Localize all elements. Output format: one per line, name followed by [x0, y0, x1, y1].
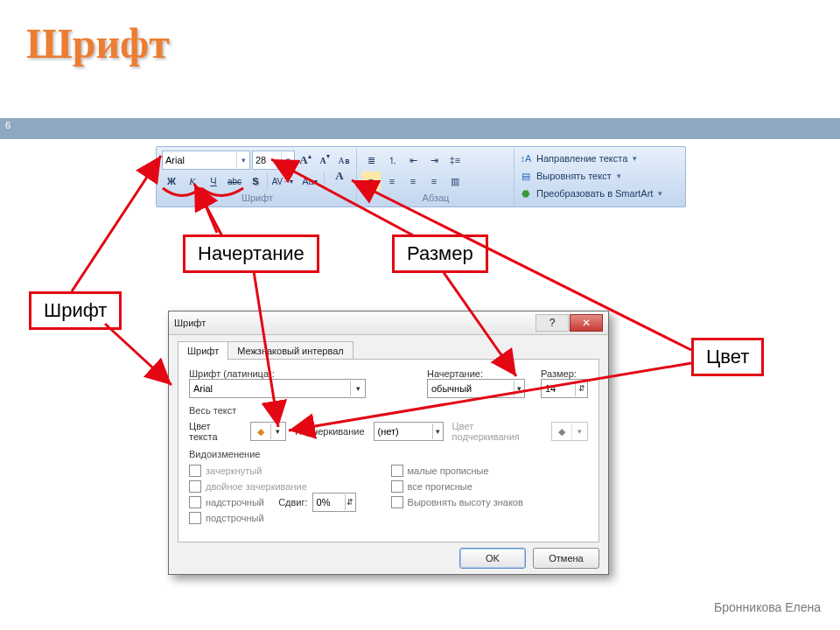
ribbon-group-paragraph: ≣ ⒈ ⇤ ⇥ ‡≡ ≡ ≡ ≡ ≡ ▥ Абзац: [358, 149, 514, 205]
help-button[interactable]: ?: [536, 314, 569, 332]
chevron-down-icon[interactable]: ▾: [236, 152, 249, 168]
callout-style: Начертание: [183, 234, 319, 273]
underline-combo[interactable]: ▾: [374, 422, 444, 441]
align-text-button[interactable]: ▤ Выровнять текст▾: [519, 168, 621, 184]
text-color-combo[interactable]: ◆ ▾: [250, 422, 287, 441]
font-color-button[interactable]: A: [326, 172, 353, 191]
chevron-down-icon[interactable]: ▾: [432, 424, 443, 439]
close-button[interactable]: ✕: [570, 314, 603, 332]
dialog-style-combo[interactable]: ▾: [427, 379, 525, 398]
ribbon-group-textmenu: ↕A Направление текста▾ ▤ Выровнять текст…: [515, 149, 682, 205]
chevron-down-icon[interactable]: ▾: [571, 424, 586, 439]
italic-button[interactable]: К: [183, 172, 202, 191]
text-direction-button[interactable]: ↕A Направление текста▾: [519, 150, 637, 166]
section-alltext: Весь текст: [189, 405, 588, 416]
label-offset: Сдвиг:: [278, 497, 307, 508]
clear-formatting-button[interactable]: Aʙ: [335, 150, 353, 170]
font-size-input[interactable]: [253, 152, 281, 168]
label-underline: Подчеркивание: [295, 426, 364, 437]
dialog-title: Шрифт: [174, 318, 535, 328]
underline-color-combo[interactable]: ◆ ▾: [551, 422, 588, 441]
check-subscript[interactable]: подстрочный: [189, 510, 356, 526]
numbering-button[interactable]: ⒈: [382, 150, 402, 170]
page-number: 6: [5, 120, 10, 130]
char-spacing-button[interactable]: AV↔▾: [270, 172, 296, 191]
shrink-font-button[interactable]: A▾: [316, 150, 333, 170]
dialog-font-input[interactable]: [190, 381, 350, 396]
offset-spinner[interactable]: ⇵: [312, 493, 356, 512]
callout-font: Шрифт: [29, 291, 122, 330]
dialog-font-combo[interactable]: ▾: [189, 379, 366, 398]
ok-button[interactable]: OK: [459, 548, 526, 569]
align-center-button[interactable]: ≡: [382, 172, 402, 191]
line-spacing-button[interactable]: ‡≡: [445, 150, 465, 170]
callout-size: Размер: [392, 234, 488, 273]
text-direction-icon: ↕A: [519, 151, 533, 165]
grow-font-button[interactable]: A▴: [297, 150, 314, 170]
bucket-icon: ◆: [251, 426, 270, 438]
svg-line-0: [72, 156, 161, 291]
underline-input[interactable]: [374, 424, 432, 439]
align-justify-button[interactable]: ≡: [424, 172, 444, 191]
check-smallcaps[interactable]: малые прописные: [391, 463, 523, 479]
smartart-button[interactable]: ⬣ Преобразовать в SmartArt▾: [519, 186, 662, 201]
ribbon-group-label-font: Шрифт: [158, 192, 356, 203]
font-size-combo[interactable]: ▾: [252, 150, 295, 170]
chevron-down-icon[interactable]: ▾: [270, 424, 285, 439]
effects-column-right: малые прописные все прогисные Выровнять …: [391, 463, 523, 526]
page-header-bar: [0, 118, 840, 139]
font-name-input[interactable]: [163, 152, 236, 168]
spinner-icon[interactable]: ⇵: [575, 381, 587, 396]
font-dialog: Шрифт ? ✕ Шрифт Межзнаковый интервал Шри…: [168, 311, 609, 575]
bold-button[interactable]: Ж: [162, 172, 181, 191]
check-strikethrough[interactable]: зачеркнутый: [189, 463, 356, 479]
callout-color: Цвет: [691, 338, 764, 376]
change-case-button[interactable]: Aa▾: [298, 172, 322, 191]
chevron-down-icon[interactable]: ▾: [350, 381, 365, 396]
bucket-icon: ◆: [552, 426, 571, 438]
underline-button[interactable]: Ч: [204, 172, 223, 191]
font-name-combo[interactable]: ▾: [162, 150, 250, 170]
indent-dec-button[interactable]: ⇤: [403, 150, 423, 170]
indent-inc-button[interactable]: ⇥: [424, 150, 444, 170]
dialog-size-input[interactable]: [542, 381, 575, 396]
label-style: Начертание:: [427, 368, 525, 379]
check-superscript[interactable]: надстрочный Сдвиг: ⇵: [189, 494, 356, 510]
tab-font[interactable]: Шрифт: [178, 341, 228, 360]
dialog-body: Шрифт (латиница): ▾ Начертание: ▾ Размер…: [178, 359, 599, 542]
dialog-style-input[interactable]: [428, 381, 514, 396]
ribbon-group-label-paragraph: Абзац: [358, 192, 514, 203]
section-effects: Видоизменение: [189, 449, 588, 459]
label-underline-color: Цвет подчеркивания: [452, 421, 543, 442]
author-name: Бронникова Елена: [714, 600, 821, 614]
align-text-icon: ▤: [519, 169, 533, 183]
smartart-icon: ⬣: [519, 186, 533, 200]
cancel-button[interactable]: Отмена: [533, 548, 599, 569]
check-allcaps[interactable]: все прогисные: [391, 479, 523, 494]
chevron-down-icon[interactable]: ▾: [281, 152, 294, 168]
effects-column-left: зачеркнутый двойное зачеркивание надстро…: [189, 463, 356, 526]
chevron-down-icon[interactable]: ▾: [514, 381, 524, 396]
label-text-color: Цвет текста: [189, 421, 242, 442]
tab-spacing[interactable]: Межзнаковый интервал: [228, 341, 354, 360]
bullets-button[interactable]: ≣: [361, 150, 381, 170]
shadow-button[interactable]: S: [246, 172, 265, 191]
label-size: Размер:: [541, 368, 588, 379]
strike-button[interactable]: abc: [225, 172, 244, 191]
align-right-button[interactable]: ≡: [403, 172, 423, 191]
dialog-titlebar: Шрифт ? ✕: [169, 312, 608, 335]
dialog-size-combo[interactable]: ⇵: [541, 379, 588, 398]
check-equalize[interactable]: Выровнять высоту знаков: [391, 494, 523, 510]
columns-button[interactable]: ▥: [445, 172, 465, 191]
slide-title: Шрифт: [26, 19, 170, 67]
ribbon-group-font: ▾ ▾ A▴ A▾ Aʙ Ж К Ч abc S AV↔▾ Aa▾: [158, 149, 357, 205]
ribbon: ▾ ▾ A▴ A▾ Aʙ Ж К Ч abc S AV↔▾ Aa▾: [156, 146, 686, 207]
svg-line-1: [105, 324, 172, 385]
label-font-latin: Шрифт (латиница):: [189, 368, 411, 379]
align-left-button[interactable]: ≡: [361, 172, 381, 191]
